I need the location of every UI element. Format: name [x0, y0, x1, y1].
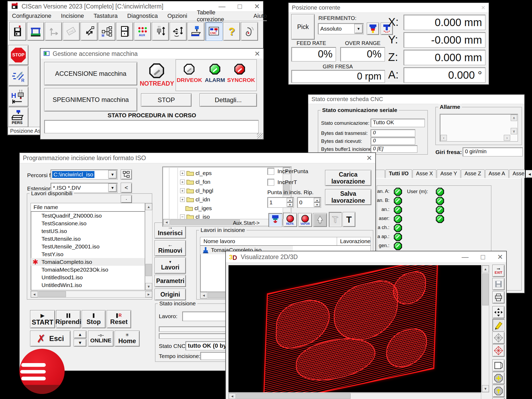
viewer-pan-button[interactable]: [492, 306, 505, 318]
percorsi-combo[interactable]: C:\inciwin\cl_iso ▼: [51, 169, 118, 180]
aux-tool-button[interactable]: [268, 213, 282, 227]
list-item[interactable]: UntitledIsod1.iso: [31, 273, 145, 281]
spin-up-icon[interactable]: ▲: [287, 198, 293, 202]
viewer-pan-up-button[interactable]: [492, 385, 505, 397]
list-item[interactable]: TestUtensile_Z0001.iso: [31, 243, 145, 250]
collapse-icon[interactable]: −: [180, 214, 185, 219]
incpert-checkbox[interactable]: [267, 179, 274, 186]
viewer-center-button[interactable]: [492, 372, 505, 384]
salva-lavorazione-button[interactable]: Salva lavorazione: [325, 189, 371, 205]
scroll-left-icon[interactable]: ◄: [163, 219, 170, 225]
sidebar-home-button[interactable]: H: [8, 86, 28, 107]
calibration-button[interactable]: [81, 22, 98, 41]
spin-up-icon[interactable]: ▲: [314, 198, 320, 202]
riprendi-button[interactable]: Riprendi: [56, 310, 81, 328]
pointer-up-button[interactable]: [313, 213, 327, 227]
file-list[interactable]: File name TestQuadrif_ZN0000.iso TestSca…: [31, 203, 145, 290]
list-item[interactable]: TomaiaMecSpe2023Ok.iso: [31, 266, 145, 273]
viewer-save-button[interactable]: [492, 278, 505, 290]
sidebar-stop-button[interactable]: STOP: [8, 45, 28, 65]
close-icon[interactable]: ✕: [481, 5, 485, 11]
dettagli-button[interactable]: Dettagli...: [200, 93, 257, 107]
scroll-left-icon[interactable]: ‹: [440, 135, 447, 141]
stop-button[interactable]: Stop: [82, 310, 106, 328]
origini-button[interactable]: Origini: [155, 289, 186, 300]
allarme-list[interactable]: ∧ ∨ ‹ ›: [440, 114, 518, 142]
viewer-mesh-button[interactable]: [492, 332, 505, 344]
accensione-button[interactable]: ACCENSIONE macchina: [44, 62, 137, 85]
tool-t-white-button[interactable]: T: [329, 212, 342, 227]
list-item[interactable]: testUS.iso: [31, 227, 145, 235]
close-icon[interactable]: ✕: [497, 253, 503, 261]
punta-spinner[interactable]: 1 ▲ ▼: [267, 197, 294, 208]
collapse-button[interactable]: <: [121, 183, 132, 193]
help-button[interactable]: ?: [223, 22, 240, 41]
tab-tutti-io[interactable]: Tutti I/O: [385, 169, 412, 178]
tool-magazine-button[interactable]: [116, 22, 133, 41]
viewer-3dbox-button[interactable]: [492, 359, 505, 372]
sidebar-rapid-button[interactable]: R: [8, 66, 28, 86]
scroll-up-icon[interactable]: ▲: [482, 265, 489, 272]
incperpunta-checkbox[interactable]: [267, 168, 274, 175]
scroll-up-icon[interactable]: ∧: [511, 115, 517, 121]
viewer-draw-button-active[interactable]: [492, 319, 505, 331]
minimize-icon[interactable]: —: [462, 253, 468, 261]
vapor-button[interactable]: VAPOR: [298, 213, 312, 227]
scroll-down-icon[interactable]: ▼: [482, 385, 489, 392]
online-button[interactable]: ONLINE: [88, 331, 114, 347]
tab-partial[interactable]: [375, 170, 385, 178]
m-distribution-button[interactable]: M: [98, 22, 115, 41]
scrollbar-thumb[interactable]: [146, 264, 152, 276]
browse-tree-button[interactable]: [121, 169, 132, 180]
scroll-down-icon[interactable]: ▼: [145, 283, 152, 290]
cnc-board-button-disabled[interactable]: CNC: [63, 22, 80, 41]
tab-asse-cut[interactable]: Asse: [509, 169, 525, 178]
visualizzatore-titlebar[interactable]: 3 D Visualizzatore 2D/3D — □ ✕: [226, 251, 506, 263]
spegnimento-button[interactable]: SPEGNIMENTO macchina: [44, 88, 137, 111]
scrollbar-thumb[interactable]: [236, 393, 351, 399]
list-item[interactable]: TestScansione.iso: [31, 219, 145, 227]
list-item[interactable]: TestY.iso: [31, 250, 145, 258]
menu-incisione[interactable]: Incisione: [61, 13, 84, 19]
menu-opzioni[interactable]: Opzioni: [167, 13, 187, 19]
scroll-left-icon[interactable]: ◄: [200, 292, 207, 298]
tree-hscrollbar[interactable]: ◄ ►: [163, 219, 283, 226]
tree-item[interactable]: + cl_eps: [180, 169, 212, 177]
reset-button[interactable]: R Reset: [107, 310, 131, 328]
scroll-left-icon[interactable]: ◄: [229, 393, 236, 399]
stop-button[interactable]: STOP: [141, 93, 192, 107]
jog-axes-button[interactable]: [170, 22, 187, 41]
spin-down-icon[interactable]: ▼: [287, 202, 293, 207]
expand-icon[interactable]: +: [180, 180, 185, 184]
machine-setup-button[interactable]: [27, 22, 44, 41]
acoustic-button[interactable]: [241, 22, 258, 41]
file-list-header[interactable]: File name: [31, 203, 145, 212]
pick-button[interactable]: Pick: [291, 14, 315, 40]
col-lavorazione[interactable]: Lavorazione: [337, 237, 371, 245]
viewer-mesh-red-button[interactable]: [492, 344, 505, 357]
sensor-button[interactable]: [152, 22, 169, 41]
viewer-pan-down-button[interactable]: [492, 398, 505, 399]
tab-asse-y[interactable]: Asse Y: [437, 169, 460, 178]
tool-t-black-button[interactable]: T: [343, 212, 355, 227]
viewer-canvas[interactable]: [228, 265, 481, 392]
resize-grip[interactable]: [257, 133, 263, 139]
chevron-down-icon[interactable]: ▼: [354, 24, 363, 34]
tool-down-button[interactable]: [367, 23, 379, 35]
close-icon[interactable]: ✕: [254, 50, 260, 58]
step-up-button[interactable]: ▲: [74, 331, 86, 338]
cnc-ds-card-button-active[interactable]: CNC S: [205, 22, 222, 41]
tree-item[interactable]: + cl_hpgl: [180, 187, 213, 194]
menu-diagnostica[interactable]: Diagnostica: [127, 13, 158, 19]
tab-asse-x[interactable]: Asse X: [413, 169, 436, 178]
refr-button[interactable]: REFR.: [283, 213, 297, 227]
list-item[interactable]: TestQuadrif_ZN0000.iso: [31, 212, 145, 219]
chevron-down-icon[interactable]: ▼: [108, 170, 117, 179]
step-down-button[interactable]: ▼: [74, 339, 86, 347]
esci-button[interactable]: ✗ Esci: [30, 331, 70, 347]
viewer-exit-button[interactable]: ➞ EXIT: [492, 265, 505, 277]
viewer-hscrollbar[interactable]: ◄: [228, 393, 481, 399]
close-icon[interactable]: ✕: [366, 154, 372, 162]
scroll-left-icon[interactable]: ◄: [31, 291, 38, 297]
list-item-selected[interactable]: TomaiaCompleto.iso: [31, 258, 145, 266]
